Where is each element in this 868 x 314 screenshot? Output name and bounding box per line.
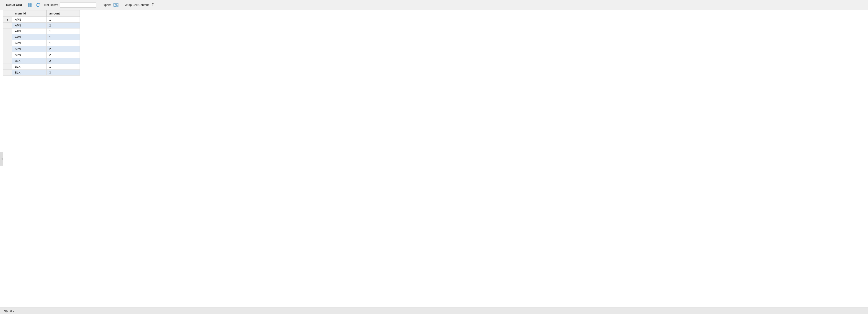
tab-buy33[interactable]: buy 33 ∨ xyxy=(2,309,16,313)
col-header-indicator xyxy=(3,10,12,17)
toolbar-divider-1 xyxy=(25,2,25,7)
table-row[interactable]: APN2 xyxy=(3,46,80,52)
svg-rect-10 xyxy=(114,3,118,4)
result-table: mem_id amount ▶APN1APN2APN1APN1APN1APN2A… xyxy=(3,10,80,76)
row-indicator: ▶ xyxy=(3,17,12,23)
cell-amount: 2 xyxy=(46,58,80,64)
table-row[interactable]: BLK3 xyxy=(3,70,80,76)
table-body: ▶APN1APN2APN1APN1APN1APN2APN2BLK2BLK1BLK… xyxy=(3,17,80,76)
table-row[interactable]: BLK2 xyxy=(3,58,80,64)
table-row[interactable]: APN2 xyxy=(3,23,80,29)
cell-mem-id: APN xyxy=(12,17,46,23)
row-indicator xyxy=(3,46,12,52)
export-icon xyxy=(113,2,119,8)
result-grid-label: Result Grid xyxy=(6,3,22,6)
svg-text:Ī: Ī xyxy=(152,3,154,7)
cell-amount: 1 xyxy=(46,64,80,70)
export-label: Export: xyxy=(102,3,111,6)
cell-mem-id: APN xyxy=(12,40,46,46)
row-indicator xyxy=(3,52,12,58)
export-button[interactable] xyxy=(113,2,119,8)
cell-mem-id: APN xyxy=(12,34,46,40)
table-row[interactable]: APN1 xyxy=(3,40,80,46)
wrap-cell-icon: Ī xyxy=(152,2,157,7)
bottom-bar: buy 33 ∨ xyxy=(0,308,868,314)
row-arrow-icon: ▶ xyxy=(7,18,8,21)
filter-rows-label: Filter Rows: xyxy=(42,3,58,6)
toolbar-left-divider xyxy=(3,2,3,7)
cell-amount: 2 xyxy=(46,52,80,58)
cell-amount: 1 xyxy=(46,29,80,34)
wrap-cell-button[interactable]: Ī xyxy=(151,2,157,8)
svg-rect-6 xyxy=(29,5,30,6)
grid-icon-button[interactable] xyxy=(28,2,33,8)
row-indicator xyxy=(3,29,12,34)
table-row[interactable]: APN1 xyxy=(3,34,80,40)
col-header-amount[interactable]: amount xyxy=(46,10,80,17)
cell-amount: 2 xyxy=(46,23,80,29)
cell-mem-id: APN xyxy=(12,23,46,29)
main-container: Result Grid Filter Rows: xyxy=(0,0,868,314)
col-header-mem_id[interactable]: mem_id xyxy=(12,10,46,17)
row-indicator xyxy=(3,34,12,40)
cell-mem-id: APN xyxy=(12,46,46,52)
table-row[interactable]: ▶APN1 xyxy=(3,17,80,23)
svg-rect-7 xyxy=(31,5,32,6)
refresh-icon xyxy=(35,2,40,7)
toolbar-divider-2 xyxy=(99,2,99,7)
grid-container[interactable]: ◀ mem_id amount ▶APN1APN2APN1APN1APN1APN… xyxy=(0,10,868,308)
cell-mem-id: APN xyxy=(12,52,46,58)
table-header: mem_id amount xyxy=(3,10,80,17)
cell-amount: 2 xyxy=(46,46,80,52)
wrap-cell-label: Wrap Cell Content: xyxy=(125,3,150,6)
svg-rect-5 xyxy=(31,3,32,4)
cell-amount: 1 xyxy=(46,40,80,46)
cell-mem-id: BLK xyxy=(12,64,46,70)
chevron-down-icon: ∨ xyxy=(13,310,14,312)
cell-mem-id: BLK xyxy=(12,58,46,64)
row-indicator xyxy=(3,64,12,70)
left-scroll-indicator[interactable]: ◀ xyxy=(0,152,3,166)
grid-icon xyxy=(28,3,33,7)
cell-mem-id: BLK xyxy=(12,70,46,76)
filter-rows-input[interactable] xyxy=(60,2,96,8)
toolbar: Result Grid Filter Rows: xyxy=(0,0,868,10)
table-row[interactable]: BLK1 xyxy=(3,64,80,70)
row-indicator xyxy=(3,23,12,29)
tab-label: buy 33 xyxy=(4,310,12,313)
cell-mem-id: APN xyxy=(12,29,46,34)
table-row[interactable]: APN1 xyxy=(3,29,80,34)
row-indicator xyxy=(3,70,12,76)
row-indicator xyxy=(3,58,12,64)
cell-amount: 1 xyxy=(46,34,80,40)
refresh-button[interactable] xyxy=(35,2,41,8)
svg-rect-4 xyxy=(29,3,30,4)
table-row[interactable]: APN2 xyxy=(3,52,80,58)
cell-amount: 1 xyxy=(46,17,80,23)
cell-amount: 3 xyxy=(46,70,80,76)
row-indicator xyxy=(3,40,12,46)
